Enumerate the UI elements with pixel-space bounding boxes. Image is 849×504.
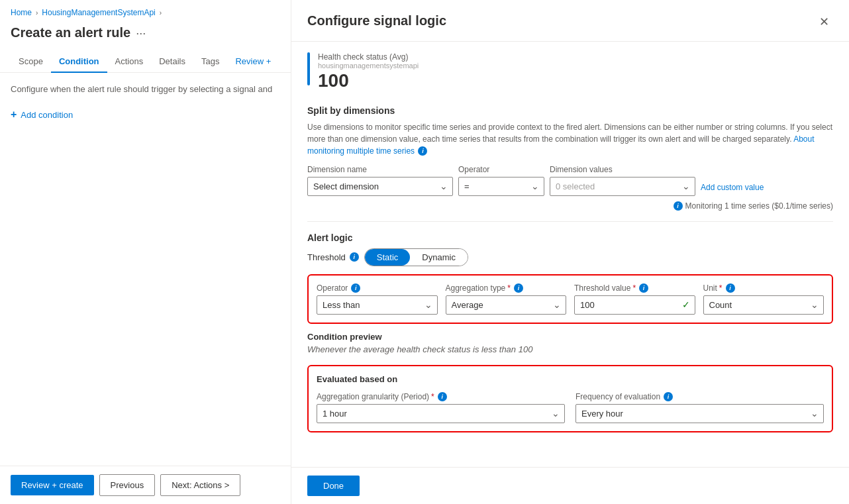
right-panel: Configure signal logic ✕ Health check st… [291, 0, 849, 504]
monitoring-info: i Monitoring 1 time series ($0.1/time se… [307, 201, 833, 211]
operator-dropdown-wrapper: Less than Greater than Greater than or e… [317, 295, 438, 315]
operator-label: Operator [458, 165, 544, 174]
left-panel: Home › HousingManagementSystemApi › Crea… [0, 0, 291, 504]
tab-actions[interactable]: Actions [107, 51, 152, 73]
dimension-name-label: Dimension name [307, 165, 453, 174]
dimension-grid: Dimension name Select dimension Operator… [307, 165, 833, 196]
page-title: Create an alert rule [11, 25, 130, 40]
unit-select[interactable]: Count Bytes Percent Milliseconds Seconds [703, 295, 824, 315]
operator-field: Operator i Less than Greater than Greate… [317, 283, 438, 315]
breadcrumb: Home › HousingManagementSystemApi › [0, 0, 291, 23]
frequency-field: Frequency of evaluation i Every 1 minute… [575, 392, 824, 423]
dimension-name-select[interactable]: Select dimension [307, 177, 453, 196]
breadcrumb-chevron-1: › [36, 9, 38, 17]
operator-section-box: Operator i Less than Greater than Greate… [307, 274, 833, 324]
operator-grid: Operator i Less than Greater than Greate… [317, 283, 824, 315]
metric-info: Health check status (Avg) housingmanagem… [318, 52, 419, 92]
aggregation-granularity-label: Aggregation granularity (Period) * i [317, 392, 565, 401]
previous-button[interactable]: Previous [99, 474, 156, 496]
unit-select-wrapper: Count Bytes Percent Milliseconds Seconds [703, 295, 824, 315]
condition-preview: Condition preview Whenever the average h… [307, 332, 833, 354]
threshold-row: Threshold i Static Dynamic [307, 248, 833, 266]
dimension-name-col: Dimension name Select dimension [307, 165, 453, 196]
alert-logic-section: Alert logic Threshold i Static Dynamic O… [307, 232, 833, 432]
granularity-select[interactable]: 1 minute 5 minutes 15 minutes 30 minutes… [317, 404, 565, 423]
aggregation-type-label: Aggregation type * i [446, 283, 567, 293]
info-icon-threshold[interactable]: i [350, 252, 359, 262]
split-dimensions-desc: Use dimensions to monitor specific time … [307, 121, 833, 157]
more-options-button[interactable]: ··· [136, 27, 146, 39]
right-panel-title: Configure signal logic [307, 13, 446, 28]
info-icon-dimensions[interactable]: i [418, 146, 427, 156]
right-body: Health check status (Avg) housingmanagem… [291, 42, 849, 467]
info-icon-aggregation[interactable]: i [514, 283, 523, 293]
frequency-select[interactable]: Every 1 minute Every 5 minutes Every 15 … [575, 404, 824, 423]
tab-review[interactable]: Review + [227, 51, 279, 73]
dimension-name-select-wrapper: Select dimension [307, 177, 453, 196]
metric-sub: housingmanagementsystemapi [318, 62, 419, 70]
left-footer: Review + create Previous Next: Actions > [0, 466, 291, 504]
review-create-button[interactable]: Review + create [11, 475, 94, 495]
threshold-label: Threshold i [307, 252, 359, 262]
operator-select-wrapper: = [458, 177, 544, 196]
tab-tags[interactable]: Tags [193, 51, 227, 73]
right-footer: Done [291, 467, 849, 504]
right-header: Configure signal logic ✕ [291, 0, 849, 42]
add-condition-button[interactable]: + Add condition [11, 106, 73, 123]
tab-details[interactable]: Details [151, 51, 193, 73]
threshold-value-input[interactable] [574, 295, 695, 315]
dynamic-toggle-button[interactable]: Dynamic [410, 249, 468, 266]
left-title-row: Create an alert rule ··· [0, 23, 291, 51]
aggregation-type-select[interactable]: Average Minimum Maximum Total Count [446, 295, 567, 315]
unit-field-label: Unit * i [703, 283, 824, 293]
metric-bar [307, 52, 310, 85]
info-icon-frequency[interactable]: i [664, 392, 673, 401]
add-custom-value-col: Add custom value [701, 179, 833, 196]
tab-bar: Scope Condition Actions Details Tags Rev… [0, 51, 291, 73]
plus-icon: + [11, 109, 17, 121]
operator-col: Operator = [458, 165, 544, 196]
next-actions-button[interactable]: Next: Actions > [160, 474, 240, 496]
dimension-values-col: Dimension values 0 selected [550, 165, 695, 196]
split-dimensions-title: Split by dimensions [307, 105, 833, 116]
info-icon-monitoring[interactable]: i [674, 201, 683, 211]
left-description: Configure when the alert rule should tri… [11, 83, 280, 95]
frequency-select-wrapper: Every 1 minute Every 5 minutes Every 15 … [575, 404, 824, 423]
operator-field-label: Operator i [317, 283, 438, 293]
granularity-select-wrapper: 1 minute 5 minutes 15 minutes 30 minutes… [317, 404, 565, 423]
condition-preview-text: Whenever the average health check status… [307, 344, 833, 354]
frequency-label: Frequency of evaluation i [575, 392, 824, 401]
breadcrumb-api[interactable]: HousingManagementSystemApi [42, 8, 155, 17]
static-toggle-button[interactable]: Static [365, 249, 411, 266]
breadcrumb-chevron-2: › [160, 9, 162, 17]
threshold-toggle-group: Static Dynamic [364, 248, 468, 266]
aggregation-type-field: Aggregation type * i Average Minimum Max… [446, 283, 567, 315]
metric-name: Health check status (Avg) [318, 52, 419, 62]
tab-condition[interactable]: Condition [51, 51, 107, 73]
info-icon-granularity[interactable]: i [438, 392, 447, 401]
aggregation-type-select-wrapper: Average Minimum Maximum Total Count [446, 295, 567, 315]
metric-card: Health check status (Avg) housingmanagem… [307, 52, 833, 92]
dimension-values-label: Dimension values [550, 165, 695, 174]
done-button[interactable]: Done [307, 476, 360, 496]
tab-scope[interactable]: Scope [11, 51, 51, 73]
dimension-values-select[interactable]: 0 selected [550, 177, 695, 196]
add-condition-label: Add condition [21, 110, 73, 120]
metric-value: 100 [318, 70, 419, 92]
evaluated-based-on-box: Evaluated based on Aggregation granulari… [307, 365, 833, 432]
breadcrumb-home[interactable]: Home [11, 8, 32, 17]
info-icon-unit[interactable]: i [726, 283, 735, 293]
threshold-value-label: Threshold value * i [574, 283, 695, 293]
operator-dropdown[interactable]: Less than Greater than Greater than or e… [317, 295, 438, 315]
condition-preview-title: Condition preview [307, 332, 833, 342]
aggregation-granularity-field: Aggregation granularity (Period) * i 1 m… [317, 392, 565, 423]
close-button[interactable]: ✕ [815, 13, 833, 30]
add-custom-value-button[interactable]: Add custom value [701, 179, 764, 196]
info-icon-operator[interactable]: i [351, 283, 360, 293]
info-icon-threshold-value[interactable]: i [639, 283, 648, 293]
alert-logic-title: Alert logic [307, 232, 833, 243]
threshold-value-field: Threshold value * i ✓ [574, 283, 695, 315]
operator-select[interactable]: = [458, 177, 544, 196]
check-icon: ✓ [682, 299, 690, 310]
unit-field: Unit * i Count Bytes Percent Millisecond… [703, 283, 824, 315]
